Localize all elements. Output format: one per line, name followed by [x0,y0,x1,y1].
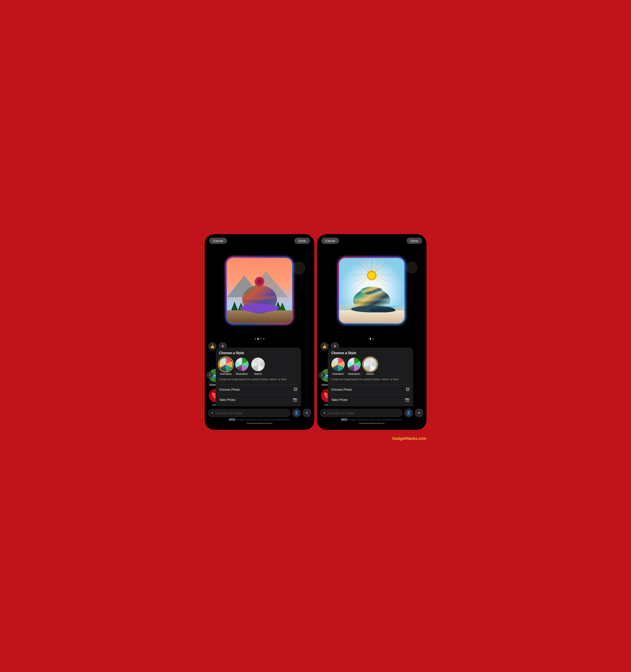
animation-icon-left [219,358,233,371]
photo-library-icon-right: 🖼 [406,387,410,392]
style-description-left: Create an image based on a photo of pets… [219,378,297,381]
main-image-area-right [317,245,427,336]
style-options-left: Animation Illustration [219,358,297,376]
input-placeholder-left: Describe an image [215,411,243,415]
sketch-icon-left [251,358,265,371]
beta-bar-right: BETA Image Playground may create unexpec… [320,417,423,421]
scene-svg-left [227,258,292,323]
image-glow-container-right [339,258,404,323]
style-panel-title-left: Choose a Style [219,351,297,355]
style-description-right: Create an image based on a photo of pets… [331,378,410,381]
beta-badge-right: BETA [341,418,348,421]
beach-ball-overlay-ill-left [235,358,249,371]
sketch-icon-right [363,358,377,371]
home-indicator-right [359,423,385,424]
beta-text-left: Image Playground may create unexpected r… [237,418,290,421]
top-bar-right: Cancel Done [317,234,427,246]
beach-ball-overlay-sk-right [363,358,377,371]
bottom-bar-left: ✦ Describe an image 👤 + BETA Image Playg… [205,406,314,430]
watermark: GadgetHacks.com [200,434,431,442]
bottom-bar-right: ✦ Describe an image 👤 + BETA Image Playg… [317,406,427,430]
input-placeholder-right: Describe an image [327,411,355,415]
nav-arrow-right: ‹ [318,371,325,379]
style-panel-title-right: Choose a Style [331,351,410,355]
svg-point-35 [369,308,395,312]
choose-photo-label-right: Choose Photo [331,388,352,391]
nav-arrow-left: ‹ [206,371,213,379]
style-panel-right: Choose a Style Animation Illustr [328,347,413,408]
dot-1-right [369,338,371,340]
dot-3-left [260,338,262,340]
svg-point-13 [257,279,262,284]
scene-svg-right [339,258,404,323]
animation-label-left: Animation [220,373,232,376]
text-input-wrapper-right[interactable]: ✦ Describe an image [320,409,403,417]
photo-library-icon-left: 🖼 [294,387,297,392]
style-illustration-right[interactable]: Illustration [347,358,361,376]
person-button-left[interactable]: 👤 [292,408,301,417]
svg-point-28 [368,272,375,279]
illustration-label-left: Illustration [236,373,248,376]
home-indicator-left [246,423,272,424]
animation-label-right: Animation [332,373,344,376]
done-button-right[interactable]: Done [407,238,422,244]
sketch-label-left: Sketch [254,373,262,376]
choose-photo-row-right[interactable]: Choose Photo 🖼 [331,384,410,394]
svg-rect-32 [354,298,390,301]
style-animation-left[interactable]: Animation [219,358,233,376]
take-photo-row-right[interactable]: Take Photo 📷 [331,394,410,405]
style-animation-right[interactable]: Animation [331,358,345,376]
prev-button-right[interactable]: ‹ [318,371,325,379]
beach-ball-overlay-ill-right [347,358,361,371]
take-photo-row-left[interactable]: Take Photo 📷 [219,394,297,405]
take-photo-label-right: Take Photo [331,398,347,402]
sketch-label-right: Sketch [366,373,374,376]
person-button-right[interactable]: 👤 [404,408,413,417]
camera-icon-right: 📷 [405,397,410,402]
right-phone-screen: Cancel Done [317,234,427,430]
text-input-wrapper-left[interactable]: ✦ Describe an image [208,409,290,417]
take-photo-label-left: Take Photo [219,398,236,402]
done-button-left[interactable]: Done [294,238,310,244]
plus-button-right[interactable]: + [415,408,423,417]
style-illustration-left[interactable]: Illustration [235,358,249,376]
thumbs-up-button-left[interactable]: 👍 [208,342,217,351]
illustration-label-right: Illustration [348,373,360,376]
style-options-right: Animation Illustration [331,358,410,376]
sparkle-icon-right: ✦ [323,411,326,415]
sketch-ball-right [363,358,377,371]
cancel-button-left[interactable]: Cancel [209,238,227,244]
beach-ball-overlay-sk-left [251,358,265,371]
prev-button-left[interactable]: ‹ [206,371,213,379]
main-container: Cancel Done [200,230,431,434]
cancel-button-right[interactable]: Cancel [321,238,339,244]
svg-rect-33 [354,302,390,304]
beach-ball-overlay-right [331,358,345,371]
style-sketch-right[interactable]: Sketch [363,358,377,376]
sparkle-icon-left: ✦ [211,411,214,415]
dot-1-left [254,338,256,340]
thumbs-up-button-right[interactable]: 👍 [320,342,329,351]
dot-2-left [257,338,259,340]
watermark-accent: Hacks [406,436,417,441]
illustration-icon-left [235,358,249,371]
main-image-area-left [205,245,314,336]
hat-image-right [339,258,404,323]
watermark-domain: .com [417,436,426,441]
image-glow-container-left [227,258,292,323]
dots-right [317,336,427,341]
choose-photo-row-left[interactable]: Choose Photo 🖼 [219,384,297,394]
camera-icon-left: 📷 [293,397,297,402]
beta-text-right: Image Playground may create unexpected r… [349,418,403,421]
dot-4-left [263,338,265,340]
beach-ball-overlay-left [219,358,233,371]
input-row-right: ✦ Describe an image 👤 + [320,408,423,417]
input-row-left: ✦ Describe an image 👤 + [208,408,311,417]
plus-button-left[interactable]: + [302,408,311,417]
dots-left [205,336,314,341]
choose-photo-label-left: Choose Photo [219,388,240,391]
left-phone-screen: Cancel Done [205,234,314,430]
style-sketch-left[interactable]: Sketch [251,358,265,376]
beta-bar-left: BETA Image Playground may create unexpec… [208,417,311,421]
hat-image-left [227,258,292,323]
